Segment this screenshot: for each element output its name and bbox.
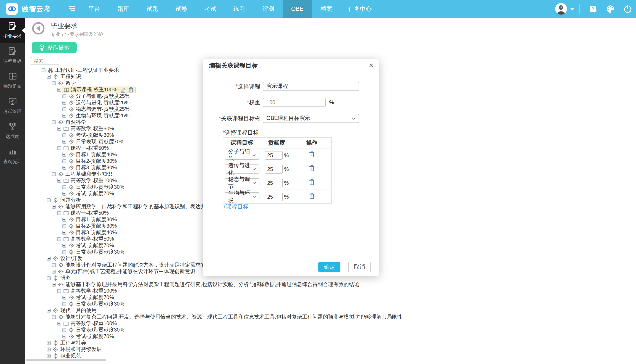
- contribution-input[interactable]: [265, 178, 283, 187]
- tree-node-label[interactable]: 演示课程-权重100%: [71, 86, 117, 93]
- tree-node-label[interactable]: 工程基础和专业知识: [65, 171, 112, 178]
- tree-node-label[interactable]: 课程一-权重50%: [71, 210, 109, 216]
- collapse-toggle[interactable]: −: [52, 205, 56, 208]
- collapse-toggle[interactable]: −: [62, 159, 66, 163]
- sidebar-item-毕业要求[interactable]: 毕业要求: [0, 18, 25, 43]
- expand-toggle[interactable]: +: [47, 341, 51, 345]
- power-icon[interactable]: [619, 0, 636, 18]
- collapse-toggle[interactable]: −: [62, 114, 66, 118]
- objective-select[interactable]: 遗传与进化: [225, 164, 259, 174]
- expand-toggle[interactable]: +: [52, 270, 56, 274]
- collapse-toggle[interactable]: −: [62, 302, 66, 306]
- tree-node-label[interactable]: 目标1-贡献度40%: [76, 152, 117, 158]
- collapse-toggle[interactable]: −: [57, 179, 61, 183]
- tree-node-label[interactable]: 高等数学-权重100%: [71, 288, 117, 294]
- tree-node-label[interactable]: 考试-贡献度70%: [76, 294, 114, 301]
- nav-item-题库[interactable]: 题库: [109, 0, 138, 18]
- trash-icon[interactable]: [309, 179, 315, 187]
- expand-toggle[interactable]: +: [52, 263, 56, 267]
- trash-icon[interactable]: [309, 151, 315, 159]
- expand-toggle[interactable]: +: [47, 348, 51, 352]
- tree-node-label[interactable]: 生物与环境-贡献度25%: [76, 112, 130, 119]
- collapse-toggle[interactable]: −: [62, 107, 66, 111]
- add-objective-link[interactable]: +课程目标: [223, 203, 248, 211]
- tree-node-label[interactable]: 日常表现-贡献度70%: [76, 138, 124, 145]
- tips-button[interactable]: 操作提示: [32, 42, 77, 53]
- collapse-toggle[interactable]: −: [42, 68, 46, 72]
- collapse-toggle[interactable]: −: [57, 322, 61, 326]
- tree-node-label[interactable]: 数学: [65, 80, 76, 86]
- tree-node-label[interactable]: 现代工具的使用: [60, 307, 97, 314]
- collapse-toggle[interactable]: −: [62, 224, 66, 228]
- collapse-toggle[interactable]: −: [47, 276, 51, 280]
- tree-node-label[interactable]: 遗传与进化-贡献度25%: [76, 100, 130, 106]
- tree-node-label[interactable]: 能够针对复杂工程问题,开发、选择与使用恰当的技术、资源、现代工程工具和信息技术工…: [65, 314, 402, 320]
- collapse-toggle[interactable]: −: [57, 127, 61, 131]
- weight-input[interactable]: [263, 98, 326, 107]
- ok-button[interactable]: 确定: [318, 262, 340, 272]
- horizontal-scrollbar[interactable]: [26, 359, 106, 362]
- objective-tree-select[interactable]: OBE课程目标演示: [263, 114, 359, 123]
- tree-node-label[interactable]: 课程一-权重50%: [71, 145, 109, 152]
- collapse-toggle[interactable]: −: [62, 94, 66, 98]
- tree-node-label[interactable]: 研究: [60, 275, 71, 281]
- tree-node-label[interactable]: 工程知识: [60, 74, 81, 80]
- sidebar-item-查询统计[interactable]: 查询统计: [0, 143, 25, 168]
- nav-item-试卷[interactable]: 试卷: [167, 0, 196, 18]
- nav-item-平台[interactable]: 平台: [80, 0, 109, 18]
- collapse-toggle[interactable]: −: [47, 257, 51, 260]
- chevron-down-icon[interactable]: [570, 8, 574, 10]
- trash-icon[interactable]: [309, 192, 315, 201]
- collapse-toggle[interactable]: −: [62, 296, 66, 300]
- tree-node-label[interactable]: 职业规范: [60, 353, 81, 359]
- cancel-button[interactable]: 取消: [348, 262, 371, 272]
- tree-node-label[interactable]: 自然科学: [65, 119, 86, 126]
- tree-node-label[interactable]: 高等数学-权重100%: [71, 178, 117, 184]
- tree-node-label[interactable]: 工程认证-工程认证毕业要求: [55, 67, 119, 74]
- contribution-input[interactable]: [265, 151, 283, 160]
- trash-icon[interactable]: [128, 87, 133, 92]
- tree-node-label[interactable]: 考试-贡献度70%: [76, 333, 114, 340]
- collapse-toggle[interactable]: −: [52, 283, 56, 286]
- collapse-toggle[interactable]: −: [52, 315, 56, 319]
- tree-node-label[interactable]: 日常表现-贡献度30%: [76, 301, 124, 307]
- tree-node-label[interactable]: 能够设计针对复杂工程问题的解决方案，设计满足特定需求的系统: [65, 262, 216, 268]
- tree-node-label[interactable]: 目标2-贡献度30%: [76, 158, 117, 164]
- search-input[interactable]: [31, 57, 59, 65]
- collapse-toggle[interactable]: −: [62, 166, 66, 170]
- tree-node-label[interactable]: 考试-贡献度30%: [76, 132, 114, 138]
- expand-toggle[interactable]: +: [47, 354, 51, 358]
- collapse-toggle[interactable]: −: [57, 88, 61, 92]
- contribution-input[interactable]: [265, 165, 283, 173]
- nav-item-评测[interactable]: 评测: [254, 0, 283, 18]
- objective-select[interactable]: 生物与环境: [225, 192, 259, 201]
- collapse-toggle[interactable]: −: [62, 140, 66, 144]
- nav-item-练习[interactable]: 练习: [225, 0, 254, 18]
- collapse-toggle[interactable]: −: [62, 250, 66, 254]
- tree-node-label[interactable]: 日常表现-贡献度30%: [76, 184, 124, 190]
- avatar[interactable]: ?: [555, 3, 567, 15]
- tree-node-label[interactable]: 目标3-贡献度30%: [76, 164, 117, 171]
- help-icon[interactable]: ?: [584, 0, 601, 18]
- collapse-toggle[interactable]: −: [62, 334, 66, 338]
- collapse-toggle[interactable]: −: [47, 198, 51, 202]
- collapse-toggle[interactable]: −: [62, 328, 66, 332]
- nav-item-考试[interactable]: 考试: [196, 0, 225, 18]
- tree-node-label[interactable]: 考试-贡献度70%: [76, 242, 114, 249]
- tree-node-label[interactable]: 工程与社会: [60, 340, 86, 346]
- tree-node-label[interactable]: 目标1-贡献度30%: [76, 216, 117, 223]
- nav-item-试题[interactable]: 试题: [138, 0, 167, 18]
- objective-select[interactable]: 分子与细胞: [225, 150, 259, 160]
- trash-icon[interactable]: [309, 165, 315, 173]
- selected-tree-node[interactable]: 演示课程-权重100%: [62, 86, 135, 93]
- collapse-toggle[interactable]: −: [52, 81, 56, 85]
- collapse-toggle[interactable]: −: [52, 172, 56, 176]
- nav-item-OBE[interactable]: OBE: [283, 0, 312, 18]
- collapse-toggle[interactable]: −: [62, 231, 66, 234]
- tree-node-label[interactable]: 问题分析: [60, 197, 81, 204]
- objective-select[interactable]: 稳态与调节: [225, 178, 259, 188]
- collapse-toggle[interactable]: −: [62, 218, 66, 222]
- tree-node-label[interactable]: 环境和可持续发展: [60, 346, 102, 353]
- sidebar-item-抽题组卷[interactable]: 抽题组卷: [0, 68, 25, 93]
- tree-node-label[interactable]: 日常表现-贡献度30%: [76, 327, 124, 333]
